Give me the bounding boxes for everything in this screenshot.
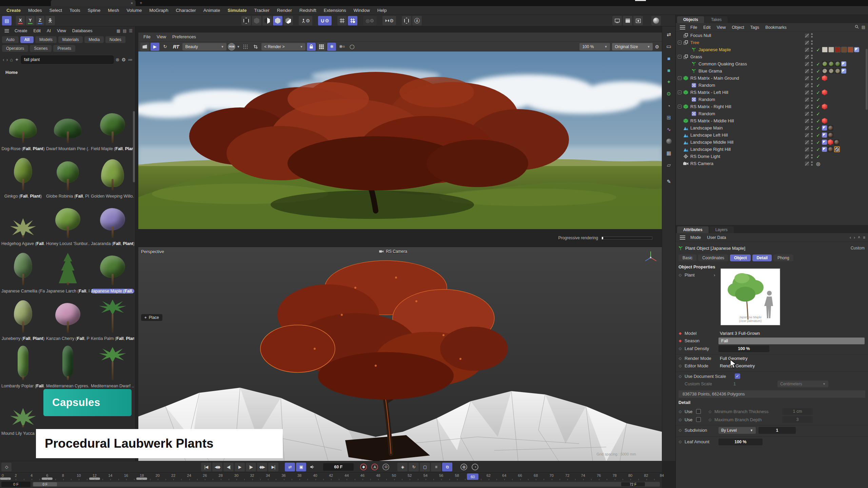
browser-menu-databases[interactable]: Databases bbox=[69, 26, 96, 35]
layer-swatch[interactable] bbox=[805, 98, 809, 102]
compare-grid-icon[interactable] bbox=[317, 43, 326, 51]
material-sphere-tag[interactable] bbox=[828, 125, 833, 131]
redshift-material-tag[interactable] bbox=[822, 75, 827, 81]
auto-workplane-icon[interactable]: A bbox=[412, 16, 422, 25]
object-row-common-quaking-grass[interactable]: −Common Quaking Grass✓ bbox=[676, 60, 868, 67]
menu-extensions[interactable]: Extensions bbox=[320, 6, 350, 15]
object-row-rs-matrix-middle-hill[interactable]: −RS Matrix - Middle Hill✓ bbox=[676, 117, 868, 124]
enabled-check-icon[interactable]: ✓ bbox=[814, 68, 822, 74]
material-sphere-tag[interactable] bbox=[828, 132, 833, 138]
channel-dropdown-icon[interactable]: ▼ bbox=[237, 45, 240, 48]
filter-chip-nodes[interactable]: Nodes bbox=[105, 36, 125, 43]
om-menu-bookmarks[interactable]: Bookmarks bbox=[762, 23, 790, 32]
asset-item-dwarf-mountain-pine[interactable]: Dwarf Mountain Pine (... bbox=[46, 108, 90, 151]
motion-system-button[interactable]: ◔ bbox=[470, 463, 480, 471]
cube-tool-icon[interactable]: ■ bbox=[664, 54, 674, 63]
place-tool-label[interactable]: ⌖Place bbox=[141, 314, 162, 321]
object-manager-menu-icon[interactable] bbox=[680, 25, 685, 29]
axis-y-button[interactable]: Y bbox=[26, 16, 35, 25]
visibility-dots[interactable] bbox=[810, 47, 813, 52]
asset-browser-menu-icon[interactable] bbox=[5, 29, 9, 33]
prev-key-button[interactable]: ◀◆ bbox=[212, 463, 222, 471]
range-start-field[interactable]: 0 F bbox=[1, 482, 31, 487]
grid-icon[interactable] bbox=[337, 16, 347, 25]
render-to-picture-viewer-icon[interactable] bbox=[623, 16, 632, 25]
object-row-landscape-right-hill[interactable]: −Landscape Right Hill✓ bbox=[676, 146, 868, 153]
material-sphere-tag[interactable] bbox=[822, 68, 828, 74]
expand-toggle-icon[interactable]: − bbox=[678, 76, 682, 80]
material-thumbnail-tag[interactable] bbox=[835, 47, 841, 53]
material-sphere-tag[interactable] bbox=[822, 61, 828, 67]
filter-chip-all[interactable]: All bbox=[20, 36, 34, 43]
grid-view-icon[interactable]: ▦ bbox=[117, 28, 120, 33]
search-input[interactable] bbox=[21, 56, 114, 64]
back-icon[interactable]: ‹ bbox=[3, 57, 4, 62]
asset-browser-scrollbar[interactable] bbox=[133, 111, 135, 182]
panel-options-icon[interactable]: ☰ bbox=[129, 28, 133, 33]
filter-chip-auto[interactable]: Auto bbox=[2, 36, 19, 43]
clapper-tool-icon[interactable]: ▦ bbox=[664, 148, 674, 158]
visibility-dots[interactable] bbox=[810, 62, 813, 66]
menu-simulate[interactable]: Simulate bbox=[224, 6, 250, 15]
visibility-dots[interactable] bbox=[810, 119, 813, 123]
subdivision-mode-dropdown[interactable]: By Level▼ bbox=[718, 427, 756, 434]
visibility-dots[interactable] bbox=[810, 33, 813, 38]
snap-cube-icon[interactable]: ■ bbox=[664, 65, 674, 75]
keyframe-selection-button[interactable]: ⊙ bbox=[381, 463, 391, 471]
asset-item-mediterranean-cypres[interactable]: Mediterranean Cypres... bbox=[46, 345, 90, 388]
object-row-rs-matrix-left-hill[interactable]: −RS Matrix - Left Hill✓ bbox=[676, 89, 868, 96]
object-row-blue-grama[interactable]: −Blue Grama✓ bbox=[676, 67, 868, 75]
phong-tag[interactable] bbox=[822, 140, 827, 145]
layout-icon[interactable]: ▤ bbox=[2, 16, 12, 25]
visibility-dots[interactable] bbox=[810, 76, 813, 80]
material-sphere-tag[interactable] bbox=[828, 146, 833, 152]
layer-swatch[interactable] bbox=[805, 76, 809, 80]
asset-capsule-icon[interactable]: ✦ bbox=[664, 77, 674, 87]
render-view-menu-view[interactable]: View bbox=[154, 33, 169, 41]
om-menu-edit[interactable]: Edit bbox=[700, 23, 714, 32]
enabled-check-icon[interactable]: ✓ bbox=[814, 90, 822, 95]
om-menu-file[interactable]: File bbox=[687, 23, 700, 32]
filter-chip-presets[interactable]: Presets bbox=[53, 45, 75, 52]
object-row-rs-dome-light[interactable]: −RS Dome Light✓ bbox=[676, 153, 868, 160]
range-start-chip[interactable]: 0 F bbox=[33, 482, 57, 486]
menu-animate[interactable]: Animate bbox=[200, 6, 224, 15]
visibility-dots[interactable] bbox=[810, 161, 813, 166]
om-menu-view[interactable]: View bbox=[714, 23, 729, 32]
object-row-landscape-middle-hill[interactable]: −Landscape Middle Hill✓ bbox=[676, 139, 868, 146]
filter-chip-scenes[interactable]: Scenes bbox=[30, 45, 52, 52]
subdivision-field[interactable]: 1 bbox=[758, 427, 796, 434]
am-menu-user-data[interactable]: User Data bbox=[704, 233, 729, 242]
phong-tag[interactable] bbox=[822, 133, 827, 138]
object-row-tree[interactable]: −Tree bbox=[676, 39, 868, 46]
asset-item-dog-rose[interactable]: Dog-Rose (Fall, Plant) bbox=[1, 108, 45, 151]
record-position-button[interactable]: ◈ bbox=[397, 463, 408, 471]
asset-item-japanese-larch[interactable]: Japanese Larch (Fall, Pl... bbox=[46, 250, 90, 293]
redshift-material-tag[interactable] bbox=[828, 139, 833, 145]
menu-mesh[interactable]: Mesh bbox=[104, 6, 123, 15]
enabled-check-icon[interactable]: ✓ bbox=[814, 104, 822, 109]
object-row-random[interactable]: −Random✓ bbox=[676, 82, 868, 89]
asset-item-juneberry[interactable]: Juneberry (Fall, Plant) bbox=[1, 298, 45, 341]
goto-start-button[interactable]: |◀ bbox=[201, 463, 211, 471]
material-thumbnail-tag[interactable] bbox=[822, 47, 828, 53]
object-row-rs-matrix-main-ground[interactable]: −RS Matrix - Main Ground✓ bbox=[676, 75, 868, 82]
clipboard-button[interactable]: ▣ bbox=[296, 463, 306, 471]
document-tab[interactable]: × bbox=[51, 0, 136, 6]
size-dropdown[interactable]: Original Size▼ bbox=[612, 43, 653, 50]
render-settings-icon[interactable] bbox=[633, 16, 643, 25]
material-sphere-tag[interactable] bbox=[835, 61, 841, 67]
asset-item-hedgehog-agave[interactable]: Hedgehog Agave (Fall... bbox=[1, 203, 45, 246]
close-tab-icon[interactable]: × bbox=[131, 1, 133, 5]
material-sphere-tag[interactable] bbox=[828, 68, 834, 74]
alpha-grid-icon[interactable] bbox=[241, 43, 250, 51]
enabled-check-icon[interactable]: ✓ bbox=[814, 83, 822, 88]
material-sphere-tag[interactable] bbox=[834, 139, 840, 145]
object-row-landscape-left-hill[interactable]: −Landscape Left Hill✓ bbox=[676, 131, 868, 139]
redshift-material-tag[interactable] bbox=[822, 89, 827, 95]
asset-item-golden-weeping-willo[interactable]: Golden Weeping Willo... bbox=[91, 155, 134, 199]
object-row-random[interactable]: −Random✓ bbox=[676, 96, 868, 103]
am-options-icon[interactable]: ≡ bbox=[863, 235, 865, 240]
visibility-dots[interactable] bbox=[810, 40, 813, 45]
material-thumbnail-tag[interactable] bbox=[828, 47, 834, 53]
